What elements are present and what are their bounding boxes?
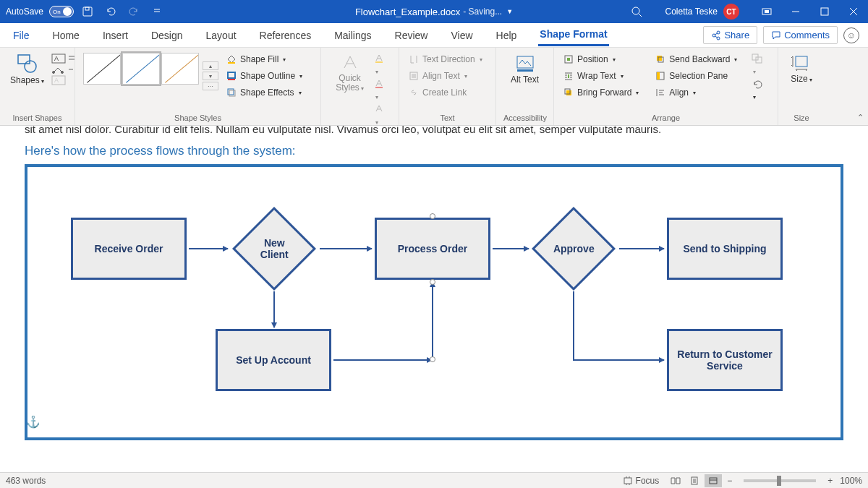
node-setup-account[interactable]: Set Up Account [216,329,331,391]
tab-file[interactable]: File [12,25,31,46]
selection-handle[interactable] [430,279,435,285]
quick-styles-button[interactable]: Quick Styles▾ [328,52,371,127]
node-process-order[interactable]: Process Order [375,218,490,280]
word-count[interactable]: 463 words [6,476,46,486]
selection-pane-button[interactable]: Selection Pane [653,69,739,83]
avatar[interactable]: CT [723,4,739,20]
create-link-label: Create Link [422,87,467,98]
group-icon[interactable]: ▾ [752,53,770,76]
document-status: - Saving... [463,7,502,17]
new-client-label: New Client [260,237,289,260]
selection-handle[interactable] [430,356,435,362]
tab-review[interactable]: Review [393,25,430,46]
user-name[interactable]: Coletta Teske [665,7,718,17]
node-approve[interactable]: Approve [532,207,616,291]
rotate-icon[interactable]: ▾ [752,79,770,101]
shape-fill-button[interactable]: Shape Fill▾ [224,52,304,67]
textbox-icon[interactable]: A [51,53,76,64]
web-layout-icon[interactable] [705,474,722,487]
position-button[interactable]: Position▾ [561,52,640,67]
align-button[interactable]: Align▾ [653,85,739,100]
connector[interactable] [573,291,574,359]
connector[interactable] [273,291,275,328]
zoom-level[interactable]: 100% [840,476,862,486]
style-thumb-3[interactable] [161,53,199,85]
tab-layout[interactable]: Layout [205,25,238,46]
share-label: Share [724,30,749,40]
tab-shape-format[interactable]: Shape Format [538,24,608,46]
style-thumb-2[interactable] [122,53,160,85]
tab-insert[interactable]: Insert [101,25,129,46]
selection-handle[interactable] [430,213,435,219]
group-size: Size [786,114,817,124]
text-fill-icon[interactable]: ▾ [374,53,391,76]
tab-design[interactable]: Design [150,25,184,46]
merge-shapes-icon[interactable]: A [51,75,76,85]
wrap-text-button[interactable]: Wrap Text▾ [561,69,640,83]
style-thumb-1[interactable] [83,53,121,85]
close-icon[interactable] [839,0,868,23]
style-gallery-nav[interactable]: ▴▾⋯ [203,52,218,100]
shape-outline-button[interactable]: Shape Outline▾ [224,69,304,83]
svg-rect-41 [710,478,717,484]
autosave-toggle[interactable]: On [49,6,74,17]
align-text-button[interactable]: Align Text▾ [407,69,488,83]
autosave-label: AutoSave [6,7,43,17]
undo-icon[interactable] [101,3,120,20]
connector-selected[interactable] [432,282,433,360]
svg-rect-9 [18,55,30,64]
node-send-shipping[interactable]: Send to Shipping [667,218,783,280]
comments-button[interactable]: Comments [763,26,838,44]
zoom-out-button[interactable]: − [723,476,736,486]
svg-point-7 [717,31,720,34]
text-direction-button[interactable]: Text Direction▾ [407,52,488,67]
qat-customize-icon[interactable] [148,3,166,20]
share-button[interactable]: Share [703,26,757,44]
text-outline-icon[interactable]: ▾ [374,79,391,101]
print-layout-icon[interactable] [686,474,703,487]
redo-icon[interactable] [124,3,143,20]
tab-view[interactable]: View [449,25,474,46]
connector[interactable] [573,359,664,361]
collapse-ribbon-icon[interactable]: ⌃ [857,113,864,122]
create-link-button[interactable]: Create Link [407,85,488,100]
shape-effects-button[interactable]: Shape Effects▾ [224,85,304,100]
connector[interactable] [320,248,372,249]
drawing-canvas[interactable]: Receive Order Process Order Send to Ship… [25,164,843,440]
connector[interactable] [619,248,664,249]
connector[interactable] [493,248,529,249]
maximize-icon[interactable] [810,0,839,23]
send-backward-button[interactable]: Send Backward ▾ [653,52,739,67]
node-return-customer[interactable]: Return to Customer Service [667,329,783,391]
svg-point-10 [25,61,36,72]
search-icon[interactable] [626,1,647,22]
tab-home[interactable]: Home [51,25,81,46]
tab-help[interactable]: Help [495,25,519,46]
feedback-icon[interactable]: ☺ [843,27,859,43]
ribbon-display-icon[interactable] [752,0,781,23]
ribbon: Shapes▾ A A Insert Shapes ▴▾⋯ Shape Fill… [0,48,868,126]
focus-mode-button[interactable]: Focus [623,476,660,486]
tab-mailings[interactable]: Mailings [333,25,373,46]
node-new-client[interactable]: New Client [232,207,316,291]
read-mode-icon[interactable] [667,474,684,487]
edit-shape-icon[interactable] [51,64,76,74]
connector[interactable] [189,248,228,249]
title-bar: AutoSave On Flowchart_Example.docx - Sav… [0,0,868,23]
node-receive-order[interactable]: Receive Order [71,218,187,280]
group-insert-shapes: Insert Shapes [7,114,67,124]
size-label: Size [791,74,807,84]
anchor-icon: ⚓ [26,415,41,429]
save-icon[interactable] [78,3,97,20]
zoom-slider[interactable] [744,479,816,482]
wrap-text-label: Wrap Text [577,71,616,81]
minimize-icon[interactable] [781,0,810,23]
svg-point-6 [712,34,715,37]
shapes-button[interactable]: Shapes▾ [7,52,47,87]
bring-forward-button[interactable]: Bring Forward ▾ [561,85,640,100]
alt-text-button[interactable]: Alt Text [503,52,546,86]
text-effects-icon[interactable]: ▾ [374,104,391,127]
size-button[interactable]: Size▾ [786,52,817,85]
tab-references[interactable]: References [258,25,313,46]
zoom-in-button[interactable]: + [823,476,837,486]
